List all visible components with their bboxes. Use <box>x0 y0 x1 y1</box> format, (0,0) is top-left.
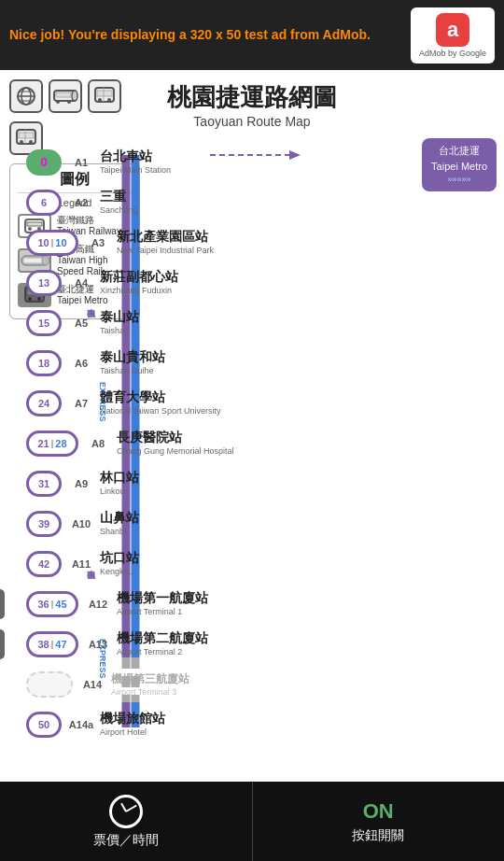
station-row[interactable]: 24A7體育大學站National Taiwan Sport Universit… <box>26 383 353 423</box>
fare-time-button[interactable]: 票價／時間 <box>0 782 253 861</box>
airport-icon: ✈ <box>0 629 5 659</box>
icon-metro-train <box>88 79 121 113</box>
station-row[interactable]: 31A9林口站Linkou <box>26 463 353 503</box>
icon-globe <box>9 79 43 113</box>
ad-text: Nice job! You're displaying a 320 x 50 t… <box>9 26 371 45</box>
station-row[interactable]: 18A6泰山貴和站Taishan Guihe <box>26 343 353 383</box>
station-code: A6 <box>66 358 96 369</box>
station-row[interactable]: 39A10山鼻站Shanbi <box>26 503 353 543</box>
svg-point-23 <box>107 98 111 102</box>
station-name: 機場第三航廈站Airport Terminal 3 <box>111 671 353 698</box>
station-row[interactable]: ✈36|45A12機場第一航廈站Airport Terminal 1 <box>26 584 353 624</box>
clock-hand-minute <box>125 804 136 812</box>
station-pill: 10|10 <box>26 230 78 256</box>
admob-icon: a <box>436 13 469 47</box>
station-pill: 50 <box>26 712 62 738</box>
station-code: A3 <box>83 237 113 248</box>
station-pill: 13 <box>26 270 62 296</box>
station-name: 新北產業園區站New Taipei Industrial Park <box>117 229 353 256</box>
on-label: ON <box>363 799 394 824</box>
taipei-metro-arrow: »»»»» <box>431 174 487 187</box>
ad-rest: You're displaying a 320 x 50 test ad fro… <box>68 27 371 42</box>
clock-icon <box>109 795 143 828</box>
toggle-label: 按鈕開關 <box>352 827 404 844</box>
station-pill: 15 <box>26 310 62 336</box>
station-code: A2 <box>66 197 96 208</box>
station-pill: 21|28 <box>26 430 78 457</box>
station-name: 體育大學站National Taiwan Sport University <box>100 389 353 416</box>
station-pill: 0 <box>26 149 62 176</box>
station-row[interactable]: A14機場第三航廈站Airport Terminal 3 <box>26 664 353 704</box>
station-pill <box>26 671 73 698</box>
fare-time-label: 票價／時間 <box>93 832 159 849</box>
station-pill: 42 <box>26 551 62 577</box>
station-name: 台北車站Taipei Main Station <box>100 148 353 176</box>
ad-logo[interactable]: a AdMob by Google <box>411 7 495 64</box>
station-code: A14 <box>77 679 107 690</box>
station-pill: 6 <box>26 190 62 216</box>
station-name: 長庚醫院站Chang Gung Memorial Hospital <box>117 430 353 457</box>
svg-point-19 <box>56 100 60 104</box>
station-row[interactable]: ✈38|47A13機場第二航廈站Airport Terminal 2 <box>26 624 353 664</box>
station-name: 新莊副都心站Xinzhuang Fuduxin <box>100 269 353 296</box>
station-code: A11 <box>66 558 96 570</box>
taipei-metro-en: Taipei Metro <box>431 159 487 175</box>
station-name: 坑口站Kengkou <box>100 550 353 577</box>
station-row[interactable]: 15A5泰山站Taishan <box>26 303 353 343</box>
station-pill: 31 <box>26 471 62 497</box>
ad-bold: Nice job! <box>9 27 64 42</box>
station-code: A12 <box>83 599 113 610</box>
station-pill: 36|45 <box>26 591 78 617</box>
station-code: A10 <box>66 518 96 529</box>
station-name: 三重Sanchong <box>100 189 353 216</box>
taipei-metro-label: 台北捷運 <box>431 143 487 159</box>
station-code: A13 <box>83 639 113 650</box>
station-row[interactable]: 42A11坑口站Kengkou <box>26 543 353 584</box>
station-name: 機場旅館站Airport Hotel <box>100 711 353 738</box>
station-name: 泰山站Taishan <box>100 309 353 336</box>
station-code: A9 <box>66 478 96 489</box>
airport-icon: ✈ <box>0 589 5 619</box>
route-map: 台北捷運 Taipei Metro »»»»» 自強車 EXPRESS 自強車 … <box>0 134 504 732</box>
taipei-metro-box: 台北捷運 Taipei Metro »»»»» <box>422 138 497 191</box>
station-name: 山鼻站Shanbi <box>100 510 353 537</box>
svg-rect-24 <box>97 91 112 96</box>
top-icons <box>9 79 121 113</box>
station-code: A14a <box>66 719 96 730</box>
ad-banner: Nice job! You're displaying a 320 x 50 t… <box>0 0 504 70</box>
title-en: Taoyuan Route Map <box>0 114 504 129</box>
station-name: 泰山貴和站Taishan Guihe <box>100 349 353 376</box>
admob-label: AdMob by Google <box>419 49 486 58</box>
station-code: A1 <box>66 157 96 168</box>
toggle-button[interactable]: ON 按鈕開關 <box>253 782 505 861</box>
station-row[interactable]: 21|28A8長庚醫院站Chang Gung Memorial Hospital <box>26 423 353 463</box>
station-name: 林口站Linkou <box>100 470 353 497</box>
station-name: 機場第二航廈站Airport Terminal 2 <box>117 630 353 657</box>
station-pill: 39 <box>26 511 62 537</box>
station-pill: 24 <box>26 390 62 416</box>
station-row[interactable]: 0A1台北車站Taipei Main Station <box>26 142 353 182</box>
station-code: A8 <box>83 438 113 449</box>
station-code: A7 <box>66 398 96 409</box>
svg-rect-18 <box>56 92 71 97</box>
svg-point-17 <box>72 91 77 101</box>
svg-point-22 <box>98 98 102 102</box>
station-row[interactable]: 10|10A3新北產業園區站New Taipei Industrial Park <box>26 222 353 262</box>
station-row[interactable]: 6A2三重Sanchong <box>26 182 353 222</box>
icon-train-side <box>49 79 82 113</box>
bottom-bar: 票價／時間 ON 按鈕開關 <box>0 782 504 861</box>
station-row[interactable]: 13A4新莊副都心站Xinzhuang Fuduxin <box>26 262 353 303</box>
station-row[interactable]: 50A14a機場旅館站Airport Hotel <box>26 704 353 744</box>
station-pill: 38|47 <box>26 631 78 657</box>
station-pill: 18 <box>26 350 62 376</box>
svg-point-20 <box>67 100 71 104</box>
station-code: A5 <box>66 318 96 329</box>
station-name: 機場第一航廈站Airport Terminal 1 <box>117 590 353 617</box>
station-code: A4 <box>66 277 96 289</box>
main-area: 桃園捷運路網圖 Taoyuan Route Map 圖例 Legend 臺灣鐵路… <box>0 70 504 782</box>
